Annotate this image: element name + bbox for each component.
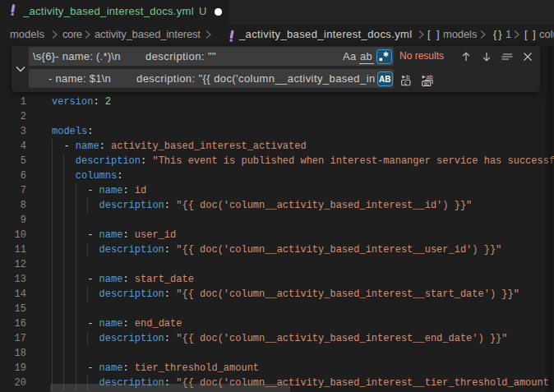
- svg-text:ab: ab: [427, 74, 433, 80]
- svg-text:c: c: [404, 80, 408, 85]
- svg-text:ac: ac: [423, 81, 430, 86]
